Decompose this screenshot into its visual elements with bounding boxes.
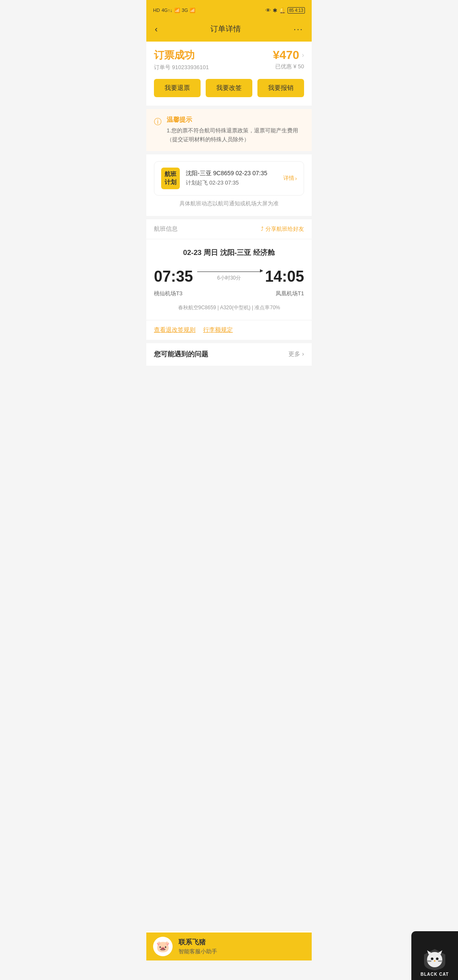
success-card: 订票成功 订单号 910233936101 ¥470 › 已优惠 ¥ 50 我要… [146, 42, 312, 106]
invoice-button[interactable]: 我要报销 [257, 79, 304, 97]
faq-header: 您可能遇到的问题 更多 › [154, 350, 304, 359]
success-info: 订票成功 订单号 910233936101 [154, 48, 209, 71]
refund-rules-link[interactable]: 查看退改签规则 [154, 326, 195, 334]
flight-plan-route: 沈阳-三亚 9C8659 02-23 07:35 [186, 170, 277, 177]
flight-detail-button[interactable]: 详情 › [283, 174, 297, 182]
badge-line1: 航班 [165, 170, 176, 179]
airports: 桃仙机场T3 凤凰机场T1 [154, 290, 304, 297]
info-icon: ⓘ [154, 117, 162, 127]
detail-label: 详情 [283, 174, 294, 182]
departure-airport: 桃仙机场T3 [154, 290, 182, 297]
status-left: HD 4G↑↓ 📶 3G 📶 [153, 8, 195, 13]
success-top: 订票成功 订单号 910233936101 ¥470 › 已优惠 ¥ 50 [154, 48, 304, 71]
flight-plan-time: 计划起飞 02-23 07:35 [186, 179, 277, 187]
signal2-icon: 📶 [190, 8, 195, 13]
airline-info: 春秋航空9C8659 | A320(中型机) | 准点率70% [154, 304, 304, 311]
detail-arrow-icon: › [295, 175, 297, 182]
share-label: 分享航班给好友 [265, 225, 304, 233]
flight-info-header: 航班信息 ⤴ 分享航班给好友 [146, 219, 312, 239]
order-number: 订单号 910233936101 [154, 64, 209, 71]
price-value: ¥470 [273, 48, 299, 62]
battery-icon: 85 4:13 [288, 7, 305, 14]
bluetooth-icon: ✱ [273, 7, 277, 14]
badge-line2: 计划 [165, 178, 176, 187]
flight-info-label: 航班信息 [154, 225, 178, 233]
signal-icon: 📶 [174, 8, 180, 13]
discount-text: 已优惠 ¥ 50 [273, 63, 304, 70]
arrival-airport: 凤凰机场T1 [276, 290, 304, 297]
flight-plan-info: 沈阳-三亚 9C8659 02-23 07:35 计划起飞 02-23 07:3… [186, 170, 277, 187]
flight-duration: 6小时30分 [217, 274, 241, 282]
header: ‹ 订单详情 ··· [146, 19, 312, 42]
notice-title: 温馨提示 [167, 116, 304, 124]
flight-times: 07:35 6小时30分 14:05 [154, 268, 304, 286]
network-icon: 4G↑↓ [162, 8, 173, 13]
eye-icon: 👁 [265, 7, 271, 14]
flight-info-section: 航班信息 ⤴ 分享航班给好友 02-23 周日 沈阳-三亚 经济舱 07:35 … [146, 219, 312, 340]
signal-3g-icon: 3G [182, 8, 188, 13]
status-bar: HD 4G↑↓ 📶 3G 📶 👁 ✱ 🔔 85 4:13 [146, 0, 312, 19]
price-info: ¥470 › 已优惠 ¥ 50 [273, 48, 304, 70]
page-title: 订单详情 [210, 24, 241, 34]
flight-badge: 航班 计划 [161, 168, 180, 189]
baggage-rules-link[interactable]: 行李额规定 [203, 326, 233, 334]
hd-icon: HD [153, 8, 160, 13]
notice-card: ⓘ 温馨提示 1.您的票不符合航司特殊退票政策，退票可能产生费用（提交证明材料的… [146, 109, 312, 151]
flight-date-route: 02-23 周日 沈阳-三亚 经济舱 [154, 248, 304, 258]
notice-content: 温馨提示 1.您的票不符合航司特殊退票政策，退票可能产生费用（提交证明材料的特殊… [167, 116, 304, 144]
share-icon: ⤴ [261, 226, 264, 232]
departure-time: 07:35 [154, 268, 193, 286]
faq-section: 您可能遇到的问题 更多 › [146, 343, 312, 366]
refund-button[interactable]: 我要退票 [154, 79, 201, 97]
change-button[interactable]: 我要改签 [206, 79, 252, 97]
main-content: 订票成功 订单号 910233936101 ¥470 › 已优惠 ¥ 50 我要… [146, 42, 312, 366]
arrival-time: 14:05 [265, 268, 304, 286]
notice-text: 1.您的票不符合航司特殊退票政策，退票可能产生费用（提交证明材料的特殊人员除外） [167, 126, 304, 144]
links-row: 查看退改签规则 行李额规定 [146, 320, 312, 340]
flight-plan-card: 航班 计划 沈阳-三亚 9C8659 02-23 07:35 计划起飞 02-2… [146, 154, 312, 216]
flight-line-icon [197, 272, 261, 272]
flight-arrow-area: 6小时30分 [193, 272, 265, 282]
back-button[interactable]: ‹ [155, 24, 158, 34]
price-arrow-icon: › [302, 51, 304, 59]
price-area: ¥470 › [273, 48, 304, 62]
share-button[interactable]: ⤴ 分享航班给好友 [261, 225, 304, 233]
dynamic-hint: 具体航班动态以航司通知或机场大屏为准 [154, 196, 304, 209]
faq-title: 您可能遇到的问题 [154, 350, 208, 359]
faq-more-button[interactable]: 更多 › [288, 350, 304, 358]
action-buttons: 我要退票 我要改签 我要报销 [154, 79, 304, 97]
status-right: 👁 ✱ 🔔 85 4:13 [265, 7, 305, 14]
flight-plan-inner: 航班 计划 沈阳-三亚 9C8659 02-23 07:35 计划起飞 02-2… [154, 161, 304, 196]
success-title: 订票成功 [154, 48, 209, 62]
more-button[interactable]: ··· [293, 24, 303, 34]
flight-details: 02-23 周日 沈阳-三亚 经济舱 07:35 6小时30分 14:05 桃仙… [146, 239, 312, 320]
bell-icon: 🔔 [279, 7, 286, 14]
